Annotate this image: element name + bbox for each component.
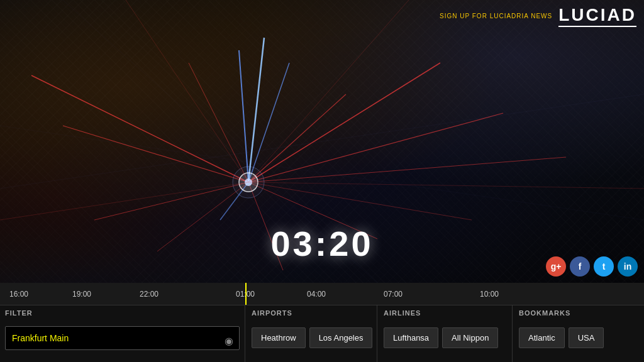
atlantic-button[interactable]: Atlantic: [519, 327, 565, 348]
social-buttons: g+ f t in: [546, 256, 638, 277]
facebook-button[interactable]: f: [570, 256, 590, 277]
filter-input[interactable]: [5, 326, 240, 350]
all-nippon-button[interactable]: All Nippon: [442, 327, 498, 348]
airports-section: AIRPORTS Heathrow Los Angeles: [245, 305, 377, 362]
svg-line-0: [31, 75, 248, 182]
timeline-marker-1600: 16:00: [9, 290, 28, 299]
filter-section: FILTER ◉: [0, 305, 245, 362]
usa-button[interactable]: USA: [569, 327, 604, 348]
airports-buttons: Heathrow Los Angeles: [245, 319, 377, 362]
los-angeles-button[interactable]: Los Angeles: [309, 327, 373, 348]
airlines-label: AIRLINES: [377, 305, 512, 319]
filter-label: FILTER: [0, 305, 245, 319]
timeline-marker-0700: 07:00: [384, 290, 402, 299]
filter-input-wrapper: ◉: [0, 319, 245, 362]
bottom-panel: 16:00 19:00 22:00 01:00 04:00 07:00 10:0…: [0, 283, 644, 362]
bookmarks-buttons: Atlantic USA: [513, 319, 644, 362]
lufthansa-button[interactable]: Lufthansa: [384, 327, 438, 348]
timeline[interactable]: 16:00 19:00 22:00 01:00 04:00 07:00 10:0…: [0, 283, 644, 305]
svg-line-25: [248, 0, 409, 182]
logo: LUCIAD: [558, 5, 636, 25]
svg-line-2: [94, 182, 248, 220]
logo-underline: [558, 26, 636, 27]
svg-line-19: [0, 94, 644, 189]
timeline-marker-1000: 10:00: [480, 290, 499, 299]
twitter-button[interactable]: t: [594, 256, 614, 277]
bookmarks-label: BOOKMARKS: [513, 305, 644, 319]
top-bar: SIGN UP FOR LUCIADRIA NEWS LUCIAD: [440, 5, 636, 27]
heathrow-button[interactable]: Heathrow: [252, 327, 306, 348]
airlines-buttons: Lufthansa All Nippon: [377, 319, 512, 362]
airports-label: AIRPORTS: [245, 305, 377, 319]
map-area[interactable]: 03:20 SIGN UP FOR LUCIADRIA NEWS LUCIAD …: [0, 0, 644, 283]
svg-line-10: [248, 182, 472, 220]
google-plus-button[interactable]: g+: [546, 256, 566, 277]
svg-line-23: [248, 182, 644, 189]
timeline-marker-0100: 01:00: [236, 290, 255, 299]
bookmarks-section: BOOKMARKS Atlantic USA: [513, 305, 644, 362]
signup-text[interactable]: SIGN UP FOR LUCIADRIA NEWS: [440, 13, 552, 19]
linkedin-button[interactable]: in: [618, 256, 638, 277]
airlines-section: AIRLINES Lufthansa All Nippon: [377, 305, 513, 362]
filter-search-icon: ◉: [225, 335, 233, 347]
svg-line-22: [0, 182, 248, 220]
time-display: 03:20: [270, 223, 373, 264]
timeline-marker-1900: 19:00: [72, 290, 91, 299]
logo-container: LUCIAD: [558, 5, 636, 27]
controls-bar: FILTER ◉ AIRPORTS Heathrow Los Angeles A…: [0, 305, 644, 362]
svg-line-1: [63, 126, 248, 182]
svg-line-20: [0, 126, 644, 220]
svg-line-9: [189, 63, 248, 182]
timeline-marker-0400: 04:00: [307, 290, 326, 299]
svg-line-3: [248, 63, 440, 182]
svg-line-7: [157, 182, 248, 251]
svg-line-24: [126, 0, 248, 182]
timeline-marker-2200: 22:00: [140, 290, 158, 299]
